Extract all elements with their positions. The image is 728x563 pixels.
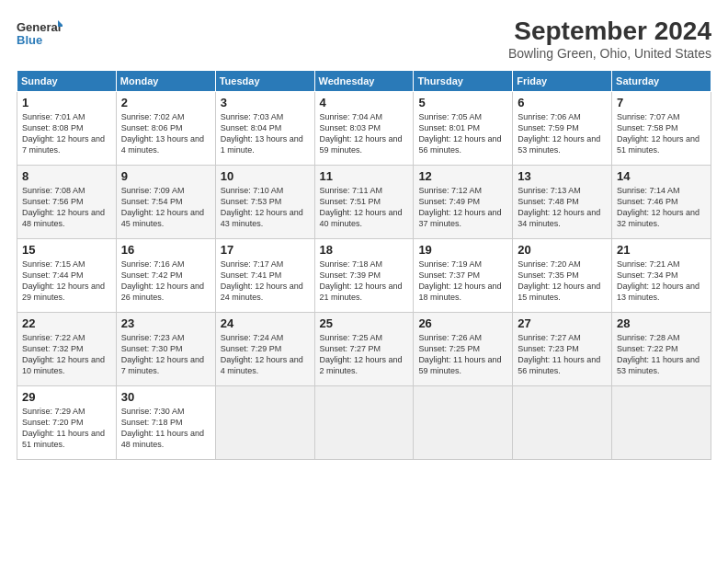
calendar-page: General Blue September 2024 Bowling Gree… [0,0,728,563]
subtitle: Bowling Green, Ohio, United States [508,46,711,61]
calendar-cell: 14 Sunrise: 7:14 AM Sunset: 7:46 PM Dayl… [612,166,711,239]
calendar-cell: 11 Sunrise: 7:11 AM Sunset: 7:51 PM Dayl… [314,166,414,239]
calendar-cell: 30 Sunrise: 7:30 AM Sunset: 7:18 PM Dayl… [116,386,215,460]
calendar-cell: 7 Sunrise: 7:07 AM Sunset: 7:58 PM Dayli… [612,92,711,166]
cell-details: Sunrise: 7:14 AM Sunset: 7:46 PM Dayligh… [617,185,706,230]
day-number: 1 [22,96,111,109]
calendar-cell: 22 Sunrise: 7:22 AM Sunset: 7:32 PM Dayl… [17,313,117,386]
cell-details: Sunrise: 7:18 AM Sunset: 7:39 PM Dayligh… [320,259,409,304]
day-number: 28 [617,316,706,330]
calendar-cell: 29 Sunrise: 7:29 AM Sunset: 7:20 PM Dayl… [17,386,117,460]
day-number: 26 [418,316,507,330]
calendar-cell: 23 Sunrise: 7:23 AM Sunset: 7:30 PM Dayl… [116,313,215,386]
calendar-cell: 3 Sunrise: 7:03 AM Sunset: 8:04 PM Dayli… [215,92,314,166]
logo: General Blue [17,17,63,50]
cell-details: Sunrise: 7:29 AM Sunset: 7:20 PM Dayligh… [22,406,111,451]
calendar-cell: 16 Sunrise: 7:16 AM Sunset: 7:42 PM Dayl… [116,239,215,313]
day-number: 24 [221,316,310,330]
calendar-table: Sunday Monday Tuesday Wednesday Thursday… [17,70,711,460]
cell-details: Sunrise: 7:08 AM Sunset: 7:56 PM Dayligh… [22,185,111,230]
col-sunday: Sunday [17,71,117,92]
cell-details: Sunrise: 7:30 AM Sunset: 7:18 PM Dayligh… [121,406,210,451]
calendar-cell: 18 Sunrise: 7:18 AM Sunset: 7:39 PM Dayl… [314,239,414,313]
calendar-cell: 4 Sunrise: 7:04 AM Sunset: 8:03 PM Dayli… [314,92,414,166]
svg-text:General: General [17,20,61,34]
cell-details: Sunrise: 7:11 AM Sunset: 7:51 PM Dayligh… [320,185,409,230]
title-area: September 2024 Bowling Green, Ohio, Unit… [508,17,711,61]
day-number: 19 [418,243,507,257]
cell-details: Sunrise: 7:12 AM Sunset: 7:49 PM Dayligh… [418,185,507,230]
calendar-cell: 27 Sunrise: 7:27 AM Sunset: 7:23 PM Dayl… [513,313,612,386]
cell-details: Sunrise: 7:07 AM Sunset: 7:58 PM Dayligh… [617,111,706,156]
calendar-cell: 2 Sunrise: 7:02 AM Sunset: 8:06 PM Dayli… [116,92,215,166]
calendar-cell: 21 Sunrise: 7:21 AM Sunset: 7:34 PM Dayl… [612,239,711,313]
col-friday: Friday [513,71,612,92]
calendar-cell: 25 Sunrise: 7:25 AM Sunset: 7:27 PM Dayl… [314,313,414,386]
cell-details: Sunrise: 7:02 AM Sunset: 8:06 PM Dayligh… [121,111,210,156]
main-title: September 2024 [508,17,711,46]
calendar-cell [612,386,711,460]
day-number: 12 [418,169,507,183]
cell-details: Sunrise: 7:16 AM Sunset: 7:42 PM Dayligh… [121,259,210,304]
day-number: 13 [518,169,607,183]
calendar-cell: 15 Sunrise: 7:15 AM Sunset: 7:44 PM Dayl… [17,239,117,313]
logo-svg: General Blue [17,17,63,50]
calendar-cell: 19 Sunrise: 7:19 AM Sunset: 7:37 PM Dayl… [414,239,513,313]
week-row-1: 1 Sunrise: 7:01 AM Sunset: 8:08 PM Dayli… [17,92,711,166]
cell-details: Sunrise: 7:05 AM Sunset: 8:01 PM Dayligh… [418,111,507,156]
calendar-cell: 9 Sunrise: 7:09 AM Sunset: 7:54 PM Dayli… [116,166,215,239]
cell-details: Sunrise: 7:20 AM Sunset: 7:35 PM Dayligh… [518,259,607,304]
day-number: 8 [22,169,111,183]
week-row-2: 8 Sunrise: 7:08 AM Sunset: 7:56 PM Dayli… [17,166,711,239]
header-row: Sunday Monday Tuesday Wednesday Thursday… [17,71,711,92]
day-number: 4 [320,96,409,109]
col-wednesday: Wednesday [314,71,414,92]
cell-details: Sunrise: 7:06 AM Sunset: 7:59 PM Dayligh… [518,111,607,156]
day-number: 17 [221,243,310,257]
day-number: 14 [617,169,706,183]
day-number: 29 [22,390,111,404]
calendar-cell [513,386,612,460]
calendar-cell: 24 Sunrise: 7:24 AM Sunset: 7:29 PM Dayl… [215,313,314,386]
calendar-cell [215,386,314,460]
cell-details: Sunrise: 7:28 AM Sunset: 7:22 PM Dayligh… [617,332,706,377]
cell-details: Sunrise: 7:22 AM Sunset: 7:32 PM Dayligh… [22,332,111,377]
day-number: 2 [121,96,210,109]
day-number: 9 [121,169,210,183]
calendar-cell: 26 Sunrise: 7:26 AM Sunset: 7:25 PM Dayl… [414,313,513,386]
calendar-cell: 8 Sunrise: 7:08 AM Sunset: 7:56 PM Dayli… [17,166,117,239]
calendar-cell: 20 Sunrise: 7:20 AM Sunset: 7:35 PM Dayl… [513,239,612,313]
calendar-cell: 10 Sunrise: 7:10 AM Sunset: 7:53 PM Dayl… [215,166,314,239]
calendar-cell: 12 Sunrise: 7:12 AM Sunset: 7:49 PM Dayl… [414,166,513,239]
cell-details: Sunrise: 7:24 AM Sunset: 7:29 PM Dayligh… [221,332,310,377]
col-saturday: Saturday [612,71,711,92]
cell-details: Sunrise: 7:26 AM Sunset: 7:25 PM Dayligh… [418,332,507,377]
svg-text:Blue: Blue [17,33,42,47]
header: General Blue September 2024 Bowling Gree… [17,17,711,61]
day-number: 25 [320,316,409,330]
day-number: 10 [221,169,310,183]
day-number: 27 [518,316,607,330]
day-number: 15 [22,243,111,257]
cell-details: Sunrise: 7:19 AM Sunset: 7:37 PM Dayligh… [418,259,507,304]
calendar-cell: 28 Sunrise: 7:28 AM Sunset: 7:22 PM Dayl… [612,313,711,386]
col-monday: Monday [116,71,215,92]
day-number: 21 [617,243,706,257]
cell-details: Sunrise: 7:01 AM Sunset: 8:08 PM Dayligh… [22,111,111,156]
cell-details: Sunrise: 7:17 AM Sunset: 7:41 PM Dayligh… [221,259,310,304]
day-number: 7 [617,96,706,109]
cell-details: Sunrise: 7:10 AM Sunset: 7:53 PM Dayligh… [221,185,310,230]
calendar-cell: 17 Sunrise: 7:17 AM Sunset: 7:41 PM Dayl… [215,239,314,313]
calendar-cell [414,386,513,460]
week-row-3: 15 Sunrise: 7:15 AM Sunset: 7:44 PM Dayl… [17,239,711,313]
calendar-cell: 6 Sunrise: 7:06 AM Sunset: 7:59 PM Dayli… [513,92,612,166]
day-number: 30 [121,390,210,404]
calendar-cell: 1 Sunrise: 7:01 AM Sunset: 8:08 PM Dayli… [17,92,117,166]
day-number: 20 [518,243,607,257]
day-number: 6 [518,96,607,109]
day-number: 18 [320,243,409,257]
day-number: 3 [221,96,310,109]
week-row-4: 22 Sunrise: 7:22 AM Sunset: 7:32 PM Dayl… [17,313,711,386]
calendar-cell: 5 Sunrise: 7:05 AM Sunset: 8:01 PM Dayli… [414,92,513,166]
day-number: 16 [121,243,210,257]
